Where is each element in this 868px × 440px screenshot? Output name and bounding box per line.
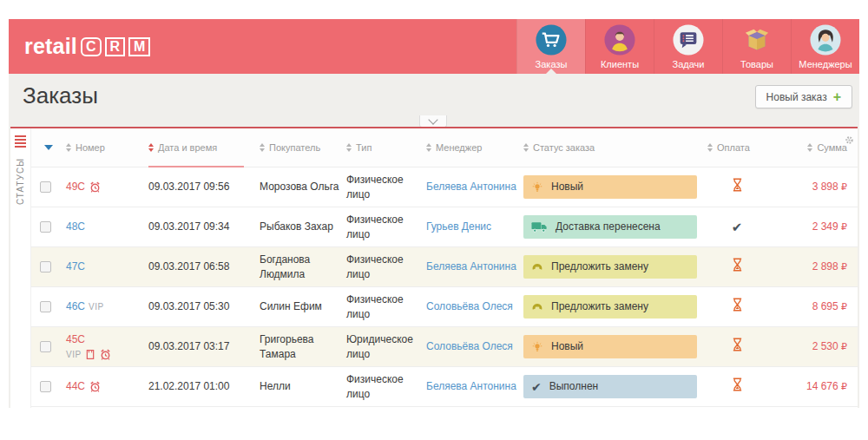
sort-icon — [148, 143, 154, 152]
page-title: Заказы — [23, 82, 98, 109]
plus-icon: + — [833, 90, 841, 104]
status-badge: ✔ Предложить замену — [523, 255, 697, 279]
nav-item-customers[interactable]: Клиенты — [585, 19, 654, 74]
order-number-link[interactable]: 44C — [66, 379, 85, 393]
nav-item-tasks[interactable]: Задачи — [654, 19, 722, 74]
ruble-sign: ₽ — [841, 301, 847, 312]
table-row[interactable]: 44C 21.02.2017 01:00 Нелли Физическое ли… — [31, 367, 858, 407]
hourglass-icon — [732, 258, 743, 275]
vip-badge: VIP — [89, 301, 104, 313]
sort-icon — [66, 143, 71, 152]
table-row[interactable]: 47C 09.03.2017 06:58 Богданова Людмила Ф… — [31, 247, 858, 287]
column-header-datetime[interactable]: Дата и время — [148, 128, 260, 167]
manager-link[interactable]: Соловьёва Олеся — [426, 300, 513, 312]
customer-type: Юридическое лицо — [346, 332, 426, 360]
nav-item-orders[interactable]: Заказы — [516, 19, 585, 74]
hourglass-icon — [732, 378, 743, 395]
status-badge: ✔ Доставка перенесена — [523, 215, 697, 239]
row-checkbox[interactable] — [40, 301, 51, 312]
order-number-link[interactable]: 47C — [66, 259, 85, 273]
nav-label: Задачи — [673, 60, 705, 69]
person-icon — [603, 23, 636, 56]
status-badge: ✔ Предложить замену — [523, 295, 697, 319]
woman-icon — [809, 23, 842, 56]
status-badge: ✔ Новый — [523, 175, 697, 199]
bulb-icon — [531, 181, 543, 194]
table-row[interactable]: 46C VIP 09.03.2017 05:30 Силин Ефим Физи… — [31, 287, 858, 327]
status-label: Предложить замену — [551, 299, 648, 313]
customer-name: Богданова Людмила — [260, 253, 346, 280]
brand-logo[interactable]: retail C R M — [9, 19, 150, 74]
order-number-link[interactable]: 45C — [66, 332, 141, 346]
new-order-label: Новый заказ — [766, 91, 827, 103]
row-checkbox[interactable] — [40, 221, 51, 233]
table-row[interactable]: 45C VIP 09.03.2017 03:17 Григорьева Тама… — [31, 327, 858, 367]
manager-link[interactable]: Гурьев Денис — [426, 220, 491, 233]
brand-letter-c: C — [81, 37, 102, 56]
customer-name: Григорьева Тамара — [260, 332, 346, 360]
truck-icon — [531, 221, 548, 233]
main-nav: Заказы Клиенты Задачи Товары — [516, 19, 859, 74]
order-number-link[interactable]: 46C — [66, 299, 85, 313]
row-checkbox[interactable] — [40, 261, 51, 273]
order-number-link[interactable]: 49C — [66, 180, 85, 194]
check-icon: ✔ — [531, 381, 542, 393]
sort-icon — [807, 143, 812, 152]
brand-letter-r: R — [105, 37, 126, 56]
sort-icon — [260, 143, 265, 152]
table-row[interactable]: 48C 09.03.2017 09:34 Рыбаков Захар Физич… — [31, 207, 858, 247]
hourglass-icon — [732, 178, 743, 195]
status-label: Предложить замену — [551, 259, 648, 273]
customer-type: Физическое лицо — [346, 173, 426, 200]
nav-label: Заказы — [536, 60, 568, 69]
customer-type: Физическое лицо — [346, 213, 426, 240]
column-header-number[interactable]: Номер — [66, 128, 148, 167]
order-datetime: 09.03.2017 03:17 — [148, 339, 260, 353]
phone-icon — [531, 301, 543, 312]
nav-label: Клиенты — [601, 60, 639, 69]
filter-collapse-toggle[interactable] — [419, 115, 447, 128]
row-checkbox[interactable] — [40, 381, 51, 392]
status-badge: ✔ Новый — [523, 335, 697, 358]
sort-icon — [426, 143, 431, 152]
brand-letter-m: M — [128, 37, 150, 56]
cart-icon — [535, 23, 568, 56]
order-datetime: 09.03.2017 09:34 — [148, 220, 260, 233]
column-header-type[interactable]: Тип — [346, 128, 426, 167]
note-icon — [85, 349, 95, 360]
status-label: Выполнен — [549, 379, 598, 393]
manager-link[interactable]: Беляева Антонина — [426, 260, 516, 273]
nav-item-managers[interactable]: Менеджеры — [791, 19, 859, 74]
column-header-status[interactable]: Статус заказа — [523, 128, 707, 167]
column-header-manager[interactable]: Менеджер — [426, 128, 523, 167]
select-all-dropdown[interactable] — [31, 128, 66, 167]
order-number-link[interactable]: 48C — [66, 220, 85, 233]
order-sum: 14 676 ₽ — [806, 380, 847, 392]
row-checkbox[interactable] — [40, 181, 51, 193]
order-sum: 2 898 ₽ — [812, 260, 847, 273]
manager-link[interactable]: Беляева Антонина — [426, 181, 516, 193]
manager-link[interactable]: Беляева Антонина — [426, 380, 516, 392]
customer-name: Нелли — [260, 379, 346, 393]
nav-label: Менеджеры — [799, 60, 852, 69]
sort-icon — [523, 143, 529, 152]
paid-check-icon: ✔ — [732, 220, 743, 233]
column-header-customer[interactable]: Покупатель — [260, 128, 346, 167]
order-sum: 8 695 ₽ — [812, 300, 847, 312]
new-order-button[interactable]: Новый заказ + — [755, 85, 852, 108]
statuses-panel-toggle[interactable]: СТАТУСЫ — [10, 128, 31, 408]
statuses-tab-label: СТАТУСЫ — [16, 158, 25, 205]
manager-link[interactable]: Соловьёва Олеся — [426, 340, 513, 352]
app-header: retail C R M Заказы Клиенты — [9, 19, 859, 74]
nav-item-products[interactable]: Товары — [722, 19, 791, 74]
row-checkbox[interactable] — [40, 341, 51, 352]
status-badge: ✔ Выполнен — [523, 375, 697, 398]
brand-logo-text: retail — [24, 34, 77, 59]
column-header-payment[interactable]: Оплата — [707, 128, 773, 167]
orders-table: СТАТУСЫ Номер Дата и время Покупатель Ти… — [10, 127, 858, 408]
nav-label: Товары — [740, 60, 773, 69]
table-row[interactable]: 49C 09.03.2017 09:56 Морозова Ольга Физи… — [31, 167, 858, 207]
column-header-sum[interactable]: Сумма — [773, 128, 858, 167]
alarm-icon — [99, 348, 112, 361]
alarm-icon — [89, 380, 102, 393]
